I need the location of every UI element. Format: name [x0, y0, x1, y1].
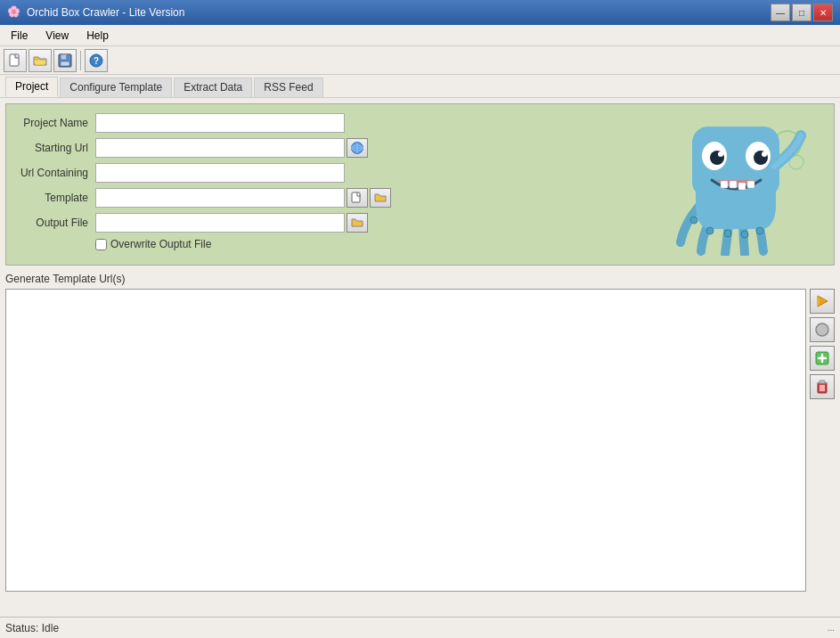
- project-panel: Project Name Starting Url: [5, 103, 835, 266]
- svg-point-30: [724, 230, 731, 237]
- url-containing-row: Url Containing: [15, 163, 638, 183]
- svg-rect-3: [66, 55, 68, 59]
- url-textarea[interactable]: [5, 289, 806, 592]
- window-title: Orchid Box Crawler - Lite Version: [27, 6, 184, 19]
- url-section-title: Generate Template Url(s): [5, 273, 835, 285]
- svg-point-23: [762, 151, 767, 157]
- browse-template-button[interactable]: [370, 188, 391, 208]
- starting-url-label: Starting Url: [15, 142, 95, 154]
- mascot-octopus: [658, 113, 814, 256]
- menu-file[interactable]: File: [4, 28, 35, 44]
- svg-rect-40: [820, 380, 825, 383]
- overwrite-checkbox[interactable]: [95, 239, 107, 250]
- tab-extract-data[interactable]: Extract Data: [174, 78, 252, 97]
- maximize-button[interactable]: □: [792, 4, 811, 21]
- add-url-button[interactable]: [810, 346, 835, 371]
- svg-text:?: ?: [94, 56, 99, 66]
- starting-url-row: Starting Url: [15, 138, 638, 158]
- main-content: Project Name Starting Url: [0, 98, 840, 617]
- project-name-row: Project Name: [15, 113, 638, 133]
- browse-output-button[interactable]: [347, 213, 368, 233]
- svg-point-28: [690, 217, 697, 224]
- tab-configure-template[interactable]: Configure Template: [60, 78, 172, 97]
- help-button[interactable]: ?: [85, 49, 108, 72]
- project-name-input[interactable]: [95, 113, 345, 133]
- side-buttons: [810, 289, 835, 592]
- svg-rect-0: [10, 54, 19, 66]
- svg-rect-25: [730, 181, 737, 188]
- mascot-area: [647, 113, 825, 256]
- template-row: Template: [15, 188, 638, 208]
- output-file-input[interactable]: [95, 213, 345, 233]
- status-label: Status:: [5, 622, 38, 634]
- status-dots: ...: [828, 623, 835, 633]
- title-bar: 🌸 Orchid Box Crawler - Lite Version — □ …: [0, 0, 840, 25]
- svg-rect-24: [721, 181, 728, 188]
- svg-rect-4: [61, 61, 69, 66]
- new-button[interactable]: [4, 49, 27, 72]
- overwrite-row: Overwrite Ouptut File: [95, 238, 638, 250]
- status-bar: Status: Idle ...: [0, 617, 840, 638]
- template-label: Template: [15, 192, 95, 204]
- toolbar: ?: [0, 46, 840, 75]
- svg-point-31: [741, 231, 748, 238]
- tab-rss-feed[interactable]: RSS Feed: [254, 78, 322, 97]
- starting-url-input[interactable]: [95, 138, 345, 158]
- url-list-area: [5, 289, 835, 592]
- stop-button[interactable]: [810, 317, 835, 342]
- menu-view[interactable]: View: [38, 28, 76, 44]
- menu-bar: File View Help: [0, 25, 840, 46]
- template-input[interactable]: [95, 188, 345, 208]
- overwrite-label: Overwrite Ouptut File: [110, 238, 211, 250]
- run-button[interactable]: [810, 289, 835, 314]
- close-button[interactable]: ✕: [813, 4, 833, 21]
- app-icon: 🌸: [7, 5, 21, 20]
- delete-url-button[interactable]: [810, 374, 835, 399]
- svg-point-34: [816, 323, 828, 336]
- toolbar-separator: [80, 51, 81, 70]
- status-text: Status: Idle: [5, 622, 59, 634]
- new-template-button[interactable]: [347, 188, 368, 208]
- svg-point-22: [718, 151, 723, 157]
- project-name-label: Project Name: [15, 117, 95, 129]
- url-containing-input[interactable]: [95, 163, 345, 183]
- lower-section: Generate Template Url(s): [5, 273, 835, 592]
- tab-project[interactable]: Project: [5, 77, 58, 97]
- output-file-row: Output File: [15, 213, 638, 233]
- menu-help[interactable]: Help: [79, 28, 116, 44]
- svg-rect-12: [352, 192, 360, 202]
- svg-rect-27: [747, 181, 754, 188]
- window-controls: — □ ✕: [771, 4, 833, 21]
- output-file-label: Output File: [15, 217, 95, 229]
- browse-web-button[interactable]: [347, 138, 368, 158]
- url-containing-label: Url Containing: [15, 167, 95, 179]
- svg-rect-26: [738, 183, 746, 190]
- minimize-button[interactable]: —: [771, 4, 790, 21]
- save-button[interactable]: [53, 49, 77, 72]
- status-value: Idle: [42, 622, 59, 634]
- svg-point-32: [756, 227, 763, 234]
- svg-point-29: [706, 227, 714, 234]
- form-section: Project Name Starting Url: [15, 113, 638, 256]
- tab-bar: Project Configure Template Extract Data …: [0, 75, 840, 98]
- open-button[interactable]: [29, 49, 52, 72]
